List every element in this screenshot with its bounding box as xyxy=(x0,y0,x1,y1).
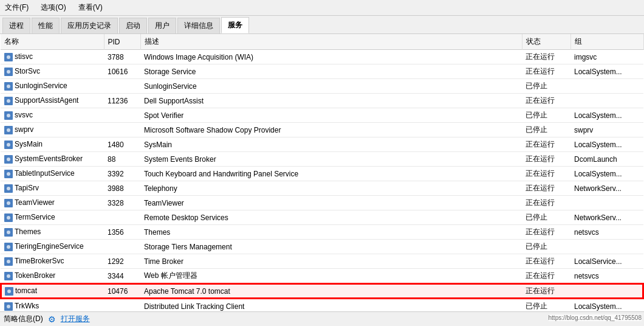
svg-point-29 xyxy=(7,260,10,263)
svg-point-25 xyxy=(7,231,10,234)
service-group: LocalSystem... xyxy=(570,64,643,79)
tab-users[interactable]: 用户 xyxy=(148,18,176,33)
service-desc: Remote Desktop Services xyxy=(140,210,522,225)
table-row[interactable]: TabletInputService3392Touch Keyboard and… xyxy=(1,167,643,181)
services-table: 名称 PID 描述 状态 组 stisvc3788Windows Image A… xyxy=(0,34,644,311)
service-icon xyxy=(4,53,13,61)
service-name: TeamViewer xyxy=(15,198,55,207)
service-desc: Web 帐户管理器 xyxy=(140,269,522,284)
service-desc: Windows Image Acquisition (WIA) xyxy=(140,50,522,64)
service-desc: Distributed Link Tracking Client xyxy=(140,299,522,311)
service-group: LocalSystem... xyxy=(570,108,643,123)
table-row[interactable]: TermServiceRemote Desktop Services已停止Net… xyxy=(1,210,643,225)
service-name: StorSvc xyxy=(15,67,40,75)
table-row[interactable]: TokenBroker3344Web 帐户管理器正在运行netsvcs xyxy=(1,269,643,284)
table-row[interactable]: SunloginServiceSunloginService已停止 xyxy=(1,79,643,94)
menu-options[interactable]: 选项(O) xyxy=(38,1,68,14)
service-desc: Dell SupportAssist xyxy=(140,94,522,108)
table-row[interactable]: SupportAssistAgent11236Dell SupportAssis… xyxy=(1,94,643,108)
service-name: TapiSrv xyxy=(15,184,39,192)
header-desc[interactable]: 描述 xyxy=(140,34,522,50)
header-pid[interactable]: PID xyxy=(104,34,140,50)
tab-services[interactable]: 服务 xyxy=(221,17,249,33)
table-row[interactable]: Themes1356Themes正在运行netsvcs xyxy=(1,225,643,240)
service-group: imgsvc xyxy=(570,50,643,64)
services-table-container[interactable]: 名称 PID 描述 状态 组 stisvc3788Windows Image A… xyxy=(0,34,644,311)
service-desc: System Events Broker xyxy=(140,152,522,167)
svg-point-9 xyxy=(7,114,10,117)
table-row[interactable]: tomcat10476Apache Tomcat 7.0 tomcat正在运行 xyxy=(1,283,643,299)
table-row[interactable]: TieringEngineServiceStorage Tiers Manage… xyxy=(1,240,643,254)
content-area: 名称 PID 描述 状态 组 stisvc3788Windows Image A… xyxy=(0,34,644,311)
service-status: 正在运行 xyxy=(522,167,570,181)
service-status: 正在运行 xyxy=(522,64,570,79)
header-group[interactable]: 组 xyxy=(570,34,643,50)
service-pid: 3392 xyxy=(104,167,140,181)
svg-point-23 xyxy=(7,216,10,220)
menu-file[interactable]: 文件(F) xyxy=(2,1,31,14)
table-row[interactable]: TimeBrokerSvc1292Time Broker正在运行LocalSer… xyxy=(1,254,643,269)
service-name: Themes xyxy=(15,227,41,236)
service-desc: Apache Tomcat 7.0 tomcat xyxy=(140,283,522,299)
svg-point-11 xyxy=(7,128,10,132)
table-row[interactable]: TapiSrv3988Telephony正在运行NetworkServ... xyxy=(1,181,643,196)
service-status: 正在运行 xyxy=(522,181,570,196)
service-pid xyxy=(104,108,140,123)
open-service-link[interactable]: 打开服务 xyxy=(61,314,90,324)
service-group xyxy=(570,283,643,299)
menu-bar: 文件(F) 选项(O) 查看(V) xyxy=(0,0,644,16)
svg-point-17 xyxy=(7,172,10,176)
svg-point-1 xyxy=(7,55,10,59)
service-pid xyxy=(104,210,140,225)
service-name: TermService xyxy=(15,213,55,221)
service-desc: Telephony xyxy=(140,181,522,196)
svg-point-31 xyxy=(7,274,10,278)
service-icon xyxy=(4,272,13,280)
service-desc: Microsoft Software Shadow Copy Provider xyxy=(140,123,522,137)
service-pid: 3788 xyxy=(104,50,140,64)
service-name: svsvc xyxy=(15,111,33,119)
service-group: netsvcs xyxy=(570,269,643,284)
table-row[interactable]: swprvMicrosoft Software Shadow Copy Prov… xyxy=(1,123,643,137)
service-group xyxy=(570,196,643,210)
tab-app-history[interactable]: 应用历史记录 xyxy=(61,18,118,33)
tab-details[interactable]: 详细信息 xyxy=(177,18,220,33)
service-status: 正在运行 xyxy=(522,94,570,108)
service-icon xyxy=(4,257,13,266)
table-row[interactable]: TeamViewer3328TeamViewer正在运行 xyxy=(1,196,643,210)
service-icon xyxy=(4,199,13,207)
table-row[interactable]: stisvc3788Windows Image Acquisition (WIA… xyxy=(1,50,643,64)
summary-button[interactable]: 简略信息(D) xyxy=(4,314,43,324)
header-status[interactable]: 状态 xyxy=(522,34,570,50)
tab-startup[interactable]: 启动 xyxy=(119,18,147,33)
table-row[interactable]: SysMain1480SysMain正在运行LocalSystem... xyxy=(1,137,643,152)
table-row[interactable]: TrkWksDistributed Link Tracking Client已停… xyxy=(1,299,643,311)
service-icon xyxy=(5,287,13,296)
service-icon xyxy=(4,82,13,91)
service-desc: SysMain xyxy=(140,137,522,152)
service-name: SupportAssistAgent xyxy=(15,96,78,105)
service-group xyxy=(570,94,643,108)
service-status: 正在运行 xyxy=(522,254,570,269)
table-row[interactable]: StorSvc10616Storage Service正在运行LocalSyst… xyxy=(1,64,643,79)
task-manager-window: 文件(F) 选项(O) 查看(V) 进程 性能 应用历史记录 启动 用户 详细信… xyxy=(0,0,644,326)
service-status: 正在运行 xyxy=(522,269,570,284)
tab-process[interactable]: 进程 xyxy=(2,18,30,33)
service-pid: 3328 xyxy=(104,196,140,210)
service-icon xyxy=(4,213,13,222)
service-group: LocalSystem... xyxy=(570,137,643,152)
service-group: swprv xyxy=(570,123,643,137)
table-row[interactable]: SystemEventsBroker88System Events Broker… xyxy=(1,152,643,167)
service-icon xyxy=(4,170,13,178)
service-desc: TeamViewer xyxy=(140,196,522,210)
header-name[interactable]: 名称 xyxy=(1,34,104,50)
menu-view[interactable]: 查看(V) xyxy=(76,1,105,14)
service-pid: 1356 xyxy=(104,225,140,240)
svg-point-19 xyxy=(7,187,10,190)
tab-performance[interactable]: 性能 xyxy=(32,18,60,33)
table-row[interactable]: svsvcSpot Verifier已停止LocalSystem... xyxy=(1,108,643,123)
service-pid: 10616 xyxy=(104,64,140,79)
service-pid: 1292 xyxy=(104,254,140,269)
watermark: https://blog.csdn.net/qq_41795508 xyxy=(549,314,642,321)
svg-point-3 xyxy=(7,70,10,74)
